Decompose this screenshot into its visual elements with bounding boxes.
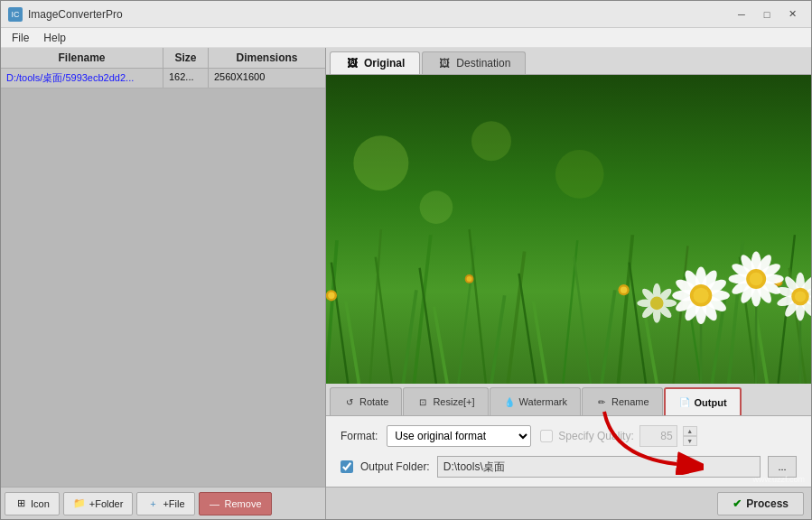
remove-icon: — <box>209 497 221 510</box>
quality-spinner: ▲ ▼ <box>683 426 697 446</box>
quality-row: Specify Quality: ▲ ▼ <box>540 425 696 447</box>
window-controls: ─ □ ✕ <box>730 5 804 24</box>
table-header: Filename Size Dimensions <box>1 48 325 69</box>
quality-input[interactable] <box>639 425 677 447</box>
menu-bar: File Help <box>1 28 811 48</box>
watermark-icon: 💧 <box>503 395 516 408</box>
maximize-button[interactable]: □ <box>755 5 779 24</box>
quality-down[interactable]: ▼ <box>683 436 697 446</box>
rename-icon: ✏ <box>595 395 608 408</box>
right-panel: 🖼 Original 🖼 Destination <box>326 48 811 519</box>
title-bar: IC ImageConverterPro ─ □ ✕ <box>1 1 811 28</box>
main-content: Filename Size Dimensions D:/tools/桌面/599… <box>1 48 811 519</box>
resize-icon: ⊡ <box>416 395 429 408</box>
header-dimensions: Dimensions <box>209 48 325 68</box>
app-window: IC ImageConverterPro ─ □ ✕ File Help Fil… <box>0 0 812 520</box>
quality-checkbox[interactable] <box>540 430 553 442</box>
icon-view-icon: ⊞ <box>14 497 27 510</box>
svg-point-89 <box>795 291 806 302</box>
quality-up[interactable]: ▲ <box>683 426 697 436</box>
menu-help[interactable]: Help <box>36 30 73 46</box>
svg-point-44 <box>621 287 627 293</box>
preview-area <box>326 75 811 384</box>
menu-file[interactable]: File <box>5 30 36 46</box>
header-filename: Filename <box>1 48 163 68</box>
original-tab-icon: 🖼 <box>345 58 359 69</box>
svg-point-98 <box>650 297 664 311</box>
add-folder-button[interactable]: 📁 +Folder <box>63 492 134 515</box>
table-row[interactable]: D:/tools/桌面/5993ecb2dd2... 162... 2560X1… <box>1 69 325 88</box>
tab-output[interactable]: 📄 Output <box>664 387 742 415</box>
icon-button[interactable]: ⊞ Icon <box>5 492 60 515</box>
svg-point-42 <box>467 276 472 282</box>
tab-watermark[interactable]: 💧 Watermark <box>490 387 581 415</box>
browse-button[interactable]: ... <box>768 456 797 478</box>
add-file-button[interactable]: + +File <box>136 492 194 515</box>
tab-rename[interactable]: ✏ Rename <box>582 387 663 415</box>
folder-icon: 📁 <box>73 497 86 510</box>
svg-point-40 <box>328 292 334 299</box>
process-check-icon: ✔ <box>733 497 742 510</box>
output-folder-label: Output Folder: <box>360 460 430 473</box>
format-select[interactable]: Use original formatJPEGPNGBMPTIFFGIFWebP <box>387 425 531 447</box>
output-icon: 📄 <box>678 396 691 409</box>
minimize-button[interactable]: ─ <box>730 5 753 24</box>
output-folder-input[interactable] <box>437 456 761 478</box>
app-title: ImageConverterPro <box>28 8 730 21</box>
svg-point-99 <box>353 135 408 190</box>
edit-tabs: ↺ Rotate ⊡ Resize[+] 💧 Watermark ✏ Renam… <box>326 384 811 416</box>
preview-image <box>326 75 811 384</box>
file-toolbar: ⊞ Icon 📁 +Folder + +File — Remove <box>1 487 325 519</box>
output-folder-row: Output Folder: ... <box>341 456 797 478</box>
svg-point-101 <box>555 150 604 199</box>
output-panel: Format: Use original formatJPEGPNGBMPTIF… <box>326 416 811 487</box>
svg-point-61 <box>694 288 709 303</box>
process-area: ✔ Process <box>326 487 811 519</box>
app-icon: IC <box>8 7 23 22</box>
svg-point-100 <box>471 121 511 161</box>
format-label: Format: <box>341 430 378 442</box>
tab-rotate[interactable]: ↺ Rotate <box>330 387 402 415</box>
process-button[interactable]: ✔ Process <box>717 492 804 515</box>
remove-button[interactable]: — Remove <box>199 492 272 515</box>
destination-tab-icon: 🖼 <box>437 58 452 69</box>
cell-dimensions: 2560X1600 <box>209 69 325 88</box>
tab-original[interactable]: 🖼 Original <box>330 51 420 74</box>
preview-tabs: 🖼 Original 🖼 Destination <box>326 48 811 75</box>
file-table: Filename Size Dimensions D:/tools/桌面/599… <box>1 48 325 487</box>
add-file-icon: + <box>146 497 159 510</box>
svg-point-76 <box>750 273 763 286</box>
cell-filename: D:/tools/桌面/5993ecb2dd2... <box>1 69 163 88</box>
close-button[interactable]: ✕ <box>780 5 804 24</box>
file-panel: Filename Size Dimensions D:/tools/桌面/599… <box>1 48 326 519</box>
format-row: Format: Use original formatJPEGPNGBMPTIF… <box>341 425 797 447</box>
header-size: Size <box>163 48 209 68</box>
tab-resize[interactable]: ⊡ Resize[+] <box>403 387 488 415</box>
svg-point-102 <box>420 190 453 224</box>
cell-size: 162... <box>163 69 209 88</box>
output-folder-checkbox[interactable] <box>341 460 353 473</box>
quality-label: Specify Quality: <box>558 430 633 442</box>
tab-destination[interactable]: 🖼 Destination <box>422 51 526 74</box>
rotate-icon: ↺ <box>343 395 356 408</box>
